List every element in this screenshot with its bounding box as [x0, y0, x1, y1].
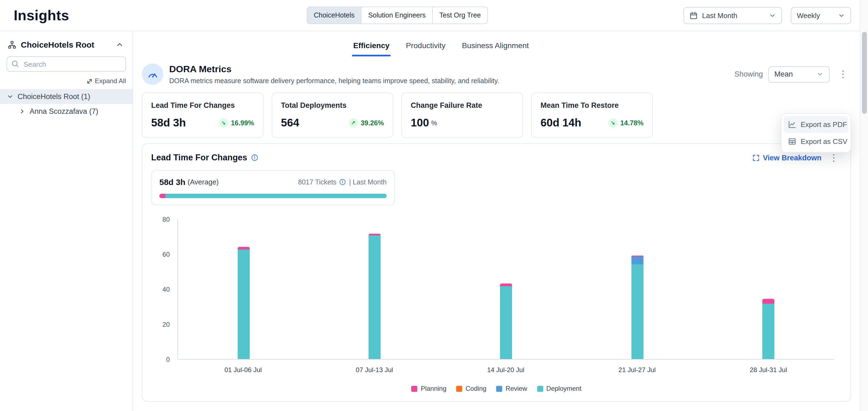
chart-y-labels: 020406080	[151, 215, 174, 379]
tree-item-label: Anna Scozzafava (7)	[30, 107, 98, 115]
tree-item-choicehotels-root[interactable]: ChoiceHotels Root (1)	[0, 89, 132, 104]
x-axis-label: 07 Jul-13 Jul	[356, 366, 393, 374]
legend-item-planning[interactable]: Planning	[411, 385, 446, 392]
gauge-icon	[142, 64, 163, 85]
bar-segment-planning	[500, 284, 512, 286]
bar-segment-deployment	[238, 249, 250, 359]
metric-delta: ↘ 16.99%	[219, 118, 254, 128]
org-tab-choicehotels[interactable]: ChoiceHotels	[307, 7, 362, 24]
metric-value: 60d 14h	[540, 116, 581, 129]
granularity-value: Weekly	[797, 11, 834, 20]
progress-segment-planning	[159, 194, 165, 198]
page-title: Insights	[14, 7, 69, 24]
chart-legend: PlanningCodingReviewDeployment	[151, 385, 842, 392]
granularity-dropdown[interactable]: Weekly	[791, 7, 851, 24]
org-tab-solution-engineers[interactable]: Solution Engineers	[361, 7, 433, 24]
legend-label: Deployment	[546, 385, 581, 392]
tab-business-alignment[interactable]: Business Alignment	[461, 38, 530, 56]
legend-item-coding[interactable]: Coding	[456, 385, 486, 392]
metric-card-lead-time[interactable]: Lead Time For Changes 58d 3h ↘ 16.99%	[142, 93, 264, 138]
delta-value: 39.26%	[361, 119, 384, 127]
legend-swatch	[456, 385, 462, 391]
stacked-bar[interactable]	[762, 299, 774, 359]
tickets-count: 8017 Tickets	[298, 178, 337, 186]
metric-delta: ↘ 14.78%	[608, 118, 644, 128]
metric-delta: ↗ 39.26%	[348, 118, 384, 128]
table-icon	[788, 137, 796, 145]
chart-x-labels: 01 Jul-06 Jul07 Jul-13 Jul14 Jul-20 Jul2…	[178, 366, 834, 375]
kebab-menu-icon[interactable]: ⋮	[835, 69, 851, 79]
search-icon	[11, 60, 19, 68]
average-value: 58d 3h	[159, 177, 185, 186]
legend-item-deployment[interactable]: Deployment	[537, 385, 581, 392]
bar-segment-deployment	[762, 304, 774, 359]
info-icon[interactable]	[339, 178, 346, 185]
bar-segment-planning	[238, 247, 250, 249]
scrollbar-thumb[interactable]	[862, 32, 867, 114]
sidebar-root-label: ChoiceHotels Root	[21, 40, 94, 49]
org-tab-test-org-tree[interactable]: Test Org Tree	[432, 7, 488, 24]
y-axis-label: 80	[153, 215, 170, 224]
bar-segment-deployment	[631, 264, 643, 359]
info-icon[interactable]	[251, 154, 259, 162]
stacked-bar[interactable]	[369, 233, 381, 359]
aggregation-dropdown[interactable]: Mean	[768, 66, 830, 82]
org-sitemap-icon	[8, 40, 17, 49]
kebab-menu-icon[interactable]: ⋮	[826, 153, 842, 162]
lead-time-title: Lead Time For Changes	[151, 153, 247, 163]
x-axis-label: 01 Jul-06 Jul	[224, 366, 262, 374]
sidebar-collapse-button[interactable]	[115, 39, 125, 50]
stacked-bar[interactable]	[631, 255, 643, 359]
legend-label: Planning	[421, 385, 446, 392]
export-csv-menu-item[interactable]: Export as CSV	[784, 133, 848, 150]
legend-item-review[interactable]: Review	[496, 385, 527, 392]
sidebar-header: ChoiceHotels Root	[0, 31, 132, 55]
export-pdf-menu-item[interactable]: Export as PDF	[784, 116, 848, 133]
delta-value: 14.78%	[620, 119, 644, 127]
legend-swatch	[496, 385, 502, 391]
delta-value: 16.99%	[231, 119, 254, 127]
tree-item-anna-scozzafava[interactable]: Anna Scozzafava (7)	[0, 104, 132, 119]
trend-up-icon: ↗	[348, 118, 358, 128]
x-axis-label: 21 Jul-27 Jul	[619, 366, 656, 374]
expand-all-button[interactable]: Expand All	[87, 77, 126, 85]
expand-all-row: Expand All	[0, 77, 132, 89]
metric-title: Total Deployments	[281, 101, 384, 109]
chart-plot	[178, 219, 834, 359]
tab-productivity[interactable]: Productivity	[405, 38, 446, 56]
search-input[interactable]	[7, 56, 126, 72]
metric-value: 564	[281, 116, 299, 129]
page-scrollbar[interactable]	[860, 0, 868, 411]
metric-value: 100	[411, 116, 429, 129]
topbar-controls: Last Month Weekly	[683, 7, 851, 24]
metric-card-change-failure-rate[interactable]: Change Failure Rate 100 %	[401, 93, 523, 138]
metric-card-total-deployments[interactable]: Total Deployments 564 ↗ 39.26%	[272, 93, 393, 138]
expand-all-label: Expand All	[95, 77, 126, 85]
tab-efficiency[interactable]: Efficiency	[352, 38, 391, 56]
y-axis-label: 0	[153, 355, 170, 364]
metric-unit: %	[431, 119, 437, 127]
chevron-right-icon	[19, 108, 26, 115]
chevron-down-icon	[769, 12, 776, 19]
bar-segment-deployment	[369, 236, 381, 359]
bar-segment-planning	[369, 233, 381, 236]
insight-tabs: Efficiency Productivity Business Alignme…	[352, 38, 530, 56]
metric-title: Change Failure Rate	[411, 101, 514, 109]
stacked-bar[interactable]	[500, 284, 512, 359]
trend-down-icon: ↘	[219, 118, 228, 128]
summary-period: | Last Month	[349, 178, 386, 186]
stacked-bar[interactable]	[238, 247, 250, 359]
dora-metric-cards: Lead Time For Changes 58d 3h ↘ 16.99% To…	[142, 93, 851, 138]
view-breakdown-button[interactable]: View Breakdown	[752, 153, 822, 162]
lead-time-chart: 020406080 01 Jul-06 Jul07 Jul-13 Jul14 J…	[151, 215, 842, 379]
trend-down-icon: ↘	[608, 118, 617, 128]
dora-title: DORA Metrics	[169, 64, 499, 75]
chevron-down-icon	[838, 12, 845, 19]
date-range-dropdown[interactable]: Last Month	[683, 7, 782, 24]
calendar-icon	[689, 11, 698, 20]
date-range-value: Last Month	[702, 11, 765, 20]
expand-icon	[752, 154, 760, 161]
org-tree-sidebar: ChoiceHotels Root Expand All	[0, 31, 133, 411]
insights-app: Insights ChoiceHotels Solution Engineers…	[0, 0, 868, 411]
metric-card-mean-time-to-restore[interactable]: Mean Time To Restore 60d 14h ↘ 14.78%	[531, 93, 653, 138]
